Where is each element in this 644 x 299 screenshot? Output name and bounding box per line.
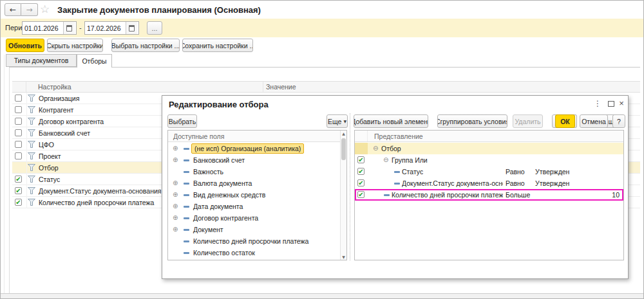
period-more-button[interactable]: ... — [147, 21, 162, 35]
calendar-button[interactable] — [126, 22, 137, 34]
more-button-left[interactable]: Еще▼ — [327, 114, 348, 128]
filter-funnel-icon — [28, 141, 35, 148]
setting-checkbox[interactable]: ✔ — [15, 176, 22, 183]
save-settings-button[interactable]: Сохранить настройки ... — [182, 39, 253, 52]
filter-condition-row[interactable]: ✔ ⊖ Группа Или — [355, 154, 623, 166]
use-checkbox[interactable]: ✔ — [357, 191, 365, 198]
ok-button[interactable]: ОК — [555, 114, 575, 128]
hide-settings-button[interactable]: Скрыть настройки — [47, 39, 103, 52]
expand-icon[interactable]: ⊕ — [173, 180, 180, 186]
available-field-item[interactable]: ⊕ Количество остаток — [168, 247, 339, 258]
use-checkbox[interactable]: ✔ — [357, 168, 365, 175]
setting-label: Организация — [39, 95, 79, 102]
setting-checkbox[interactable] — [15, 106, 22, 113]
expand-icon[interactable]: ⊕ — [173, 226, 180, 233]
field-icon — [184, 171, 189, 173]
use-cell — [355, 143, 368, 154]
chevron-down-icon: ▼ — [343, 119, 346, 123]
close-icon[interactable]: × — [617, 98, 626, 108]
collapse-icon[interactable]: ⊖ — [383, 157, 388, 163]
tab-filters[interactable]: Отборы — [77, 54, 112, 68]
field-label: Валюта документа — [193, 179, 252, 187]
favorite-star-icon[interactable]: ☆ — [40, 3, 50, 15]
setting-checkbox[interactable] — [15, 141, 22, 148]
condition-value: 10 — [612, 191, 620, 199]
field-label: Количество остаток — [193, 249, 255, 257]
setting-checkbox[interactable]: ✔ — [15, 199, 22, 206]
calendar-button[interactable] — [63, 22, 75, 34]
condition-label: Отбор — [381, 145, 401, 152]
collapse-icon[interactable]: ⊖ — [373, 145, 378, 152]
available-field-item[interactable]: ⊕ (не исп) Организация (аналитика) — [168, 143, 339, 154]
panel-splitter[interactable] — [350, 113, 350, 260]
period-from-input[interactable] — [23, 22, 63, 34]
presentation-panel: Представление ⊖ Отбор ✔ ⊖ Группа Или ✔ С… — [354, 130, 624, 260]
filter-funnel-icon — [28, 187, 35, 194]
back-button[interactable]: ← — [5, 3, 21, 16]
maximize-icon[interactable] — [608, 101, 614, 107]
scrollbar-thumb[interactable] — [341, 138, 346, 160]
field-label: Дата документа — [193, 203, 243, 210]
refresh-button[interactable]: Обновить — [6, 39, 44, 52]
expand-icon[interactable]: ⊕ — [173, 203, 180, 210]
available-field-item[interactable]: ⊕ Дата документа — [168, 201, 339, 212]
comparison-type: Больше — [506, 191, 530, 199]
field-label: (не исп) Организация (аналитика) — [191, 143, 304, 154]
period-separator: - — [79, 24, 82, 32]
group-conditions-button[interactable]: Сгруппировать условия — [437, 114, 507, 128]
presentation-column-header[interactable]: Представление — [374, 132, 423, 140]
scrollbar[interactable]: ▲ ▼ — [340, 131, 346, 260]
help-button[interactable]: ? — [612, 114, 625, 128]
delete-button[interactable]: Удалить — [513, 114, 543, 128]
available-field-item[interactable]: ⊕ Валюта документа — [168, 177, 339, 189]
choose-settings-button[interactable]: Выбрать настройки ... — [111, 39, 180, 52]
select-button[interactable]: Выбрать — [167, 114, 197, 128]
condition-value: Утвержден — [535, 179, 569, 187]
filter-condition-row[interactable]: ⊖ Отбор — [355, 143, 623, 154]
expand-icon[interactable]: ⊕ — [173, 192, 180, 198]
dialog-menu-icon[interactable]: ⋮ — [593, 99, 602, 108]
setting-label: Контрагент — [39, 106, 73, 114]
use-checkbox[interactable]: ✔ — [357, 156, 365, 163]
use-checkbox[interactable]: ✔ — [357, 179, 365, 186]
add-item-button[interactable]: Добавить новый элемент — [354, 114, 428, 128]
calendar-icon — [66, 25, 72, 32]
filter-condition-row[interactable]: ✔ Количество дней просрочки платежа Боль… — [355, 189, 623, 201]
available-field-item[interactable]: ⊕ Документ — [168, 224, 339, 235]
period-to-input[interactable] — [85, 22, 126, 34]
nav-buttons: ← → — [5, 3, 38, 16]
application-window: ← → ☆ Закрытие документов планирования (… — [0, 0, 644, 299]
window-title: Закрытие документов планирования (Основн… — [57, 5, 261, 15]
available-field-item[interactable]: ⊕ Договор контрагента — [168, 212, 339, 224]
tab-document-types[interactable]: Типы документов — [6, 54, 77, 67]
filter-funnel-icon — [28, 95, 35, 102]
setting-checkbox[interactable] — [15, 118, 22, 125]
available-field-item[interactable]: ⊕ Количество дней просрочки платежа — [168, 235, 339, 247]
filter-condition-row[interactable]: ✔ Статус Равно Утвержден — [355, 166, 623, 177]
filter-funnel-icon — [28, 199, 35, 206]
setting-checkbox[interactable]: ✔ — [15, 187, 22, 194]
condition-label: Документ.Статус документа-основ... — [402, 179, 503, 187]
filter-edit-dialog: Редактирование отбора ⋮ × Выбрать Еще▼ Д… — [162, 95, 629, 279]
setting-checkbox[interactable] — [15, 152, 22, 159]
column-divider — [26, 93, 27, 208]
filter-funnel-icon — [28, 129, 35, 136]
setting-checkbox[interactable] — [15, 95, 22, 102]
setting-checkbox[interactable] — [15, 129, 22, 136]
scroll-up-icon[interactable]: ▲ — [341, 131, 346, 136]
back-arrow-icon: ← — [10, 5, 16, 14]
expand-icon[interactable]: ⊕ — [173, 145, 180, 152]
available-field-item[interactable]: ⊕ Важность — [168, 166, 339, 177]
filter-condition-row[interactable]: ✔ Документ.Статус документа-основ... Рав… — [355, 177, 623, 189]
available-fields-header: Доступные поля — [168, 131, 346, 142]
available-field-item[interactable]: ⊕ Банковский счет — [168, 154, 339, 166]
setting-column-header[interactable]: Настройка — [26, 82, 263, 92]
forward-button[interactable]: → — [21, 3, 38, 16]
field-label: Важность — [193, 168, 223, 176]
expand-icon[interactable]: ⊕ — [173, 157, 180, 163]
expand-icon[interactable]: ⊕ — [173, 215, 180, 221]
cancel-button[interactable]: Отмена — [580, 114, 608, 128]
scroll-down-icon[interactable]: ▼ — [341, 255, 346, 259]
value-column-header[interactable]: Значение — [263, 83, 640, 91]
available-field-item[interactable]: ⊕ Вид денежных средств — [168, 189, 339, 201]
